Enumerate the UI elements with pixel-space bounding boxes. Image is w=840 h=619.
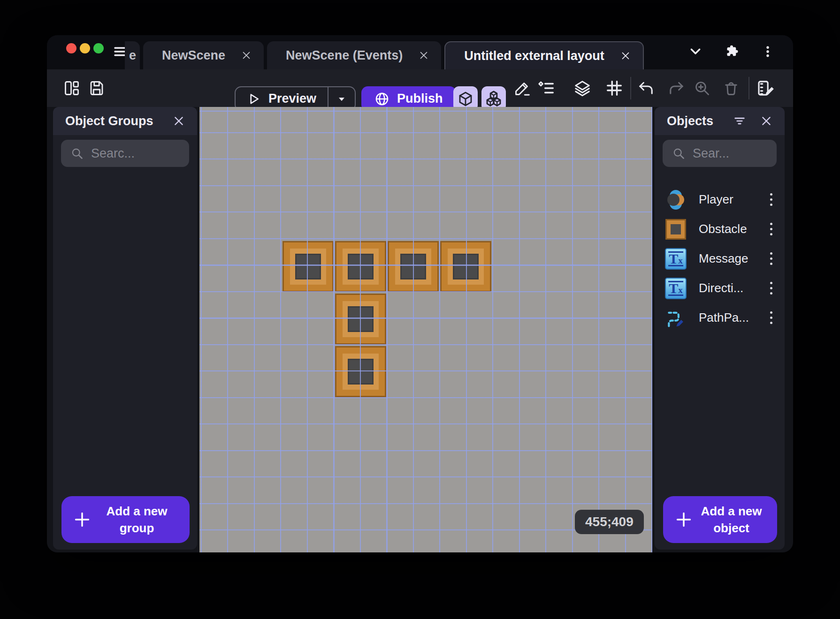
cube-icon <box>457 91 474 107</box>
tab-label: NewScene <box>162 48 225 63</box>
obstacle-instance[interactable] <box>283 241 334 292</box>
obstacle-instance[interactable] <box>335 294 386 345</box>
object-label: Player <box>699 192 767 207</box>
chevron-down-icon[interactable] <box>688 44 703 59</box>
tab-label: Untitled external layout <box>464 49 604 63</box>
obstacle-icon <box>665 219 687 240</box>
objects-panel: Objects PlayerObstacleTxMessageTxDirecti… <box>655 107 785 550</box>
globe-icon <box>374 91 389 106</box>
tab-strip: eNewSceneNewScene (Events)Untitled exter… <box>125 41 647 69</box>
play-icon <box>247 92 261 106</box>
object-kebab-menu[interactable] <box>767 250 775 267</box>
zoom-in-icon <box>694 80 710 97</box>
object-label: Message <box>699 251 767 266</box>
object-row-pathpa[interactable]: PathPa... <box>655 303 785 332</box>
obstacle-instance[interactable] <box>335 241 386 292</box>
text-icon: Tx <box>665 248 687 270</box>
content-area: Object Groups Add a new group 455;409 Ob… <box>47 107 793 552</box>
redo-icon <box>668 80 685 97</box>
redo-button[interactable] <box>668 80 685 97</box>
cubes-icon <box>485 90 503 108</box>
window-close-button[interactable] <box>66 43 76 53</box>
close-icon[interactable] <box>173 115 185 127</box>
grid-icon <box>605 79 623 97</box>
object-row-message[interactable]: TxMessage <box>655 244 785 273</box>
undo-icon <box>637 80 654 97</box>
player-icon <box>665 189 687 211</box>
zoom-in-button[interactable] <box>694 80 710 97</box>
caret-down-icon <box>336 93 348 105</box>
obstacle-instance[interactable] <box>388 241 439 292</box>
panels-icon <box>63 80 80 97</box>
objects-search <box>663 140 777 167</box>
object-row-directi[interactable]: TxDirecti... <box>655 273 785 303</box>
edit-mode-button[interactable] <box>514 80 531 97</box>
cursor-coordinates-badge: 455;409 <box>575 510 644 534</box>
tab-close-icon[interactable] <box>620 51 631 61</box>
object-kebab-menu[interactable] <box>767 310 775 326</box>
tab-label: NewScene (Events) <box>286 48 403 63</box>
object-row-player[interactable]: Player <box>655 185 785 214</box>
tab-bar-actions <box>688 41 774 62</box>
tab-3[interactable]: Untitled external layout <box>444 41 644 69</box>
object-kebab-menu[interactable] <box>767 191 775 208</box>
add-object-button[interactable]: Add a new object <box>663 496 777 543</box>
tab-2[interactable]: NewScene (Events) <box>267 41 441 69</box>
object-row-obstacle[interactable]: Obstacle <box>655 214 785 244</box>
object-label: Directi... <box>699 281 767 295</box>
delete-button[interactable] <box>723 80 740 97</box>
obstacle-instance[interactable] <box>335 346 386 397</box>
objects-list: PlayerObstacleTxMessageTxDirecti...PathP… <box>655 185 785 332</box>
app-window: eNewSceneNewScene (Events)Untitled exter… <box>47 35 793 552</box>
toolbar: Preview Publish <box>47 69 793 107</box>
instances-list-button[interactable] <box>537 79 555 97</box>
plus-icon <box>69 511 95 528</box>
grid-button[interactable] <box>605 79 623 97</box>
kebab-menu-icon[interactable] <box>761 45 774 58</box>
add-group-label: Add a new group <box>95 503 182 537</box>
object-groups-search <box>61 140 189 167</box>
scene-canvas[interactable]: 455;409 <box>199 107 652 552</box>
tab-close-icon[interactable] <box>241 50 252 60</box>
project-manager-button[interactable] <box>63 80 80 97</box>
layers-button[interactable] <box>573 79 591 97</box>
filter-icon[interactable] <box>733 114 746 128</box>
edit-scene-properties-button[interactable] <box>756 79 775 98</box>
window-minimize-button[interactable] <box>80 43 90 53</box>
extensions-puzzle-icon[interactable] <box>725 44 740 59</box>
object-groups-panel: Object Groups Add a new group <box>53 107 197 550</box>
object-groups-header: Object Groups <box>53 107 197 135</box>
object-label: PathPa... <box>699 310 767 325</box>
instances-list-icon <box>537 79 555 97</box>
tab-bar: eNewSceneNewScene (Events)Untitled exter… <box>47 35 793 69</box>
obstacle-instance[interactable] <box>440 241 491 292</box>
add-group-button[interactable]: Add a new group <box>61 496 190 543</box>
object-kebab-menu[interactable] <box>767 221 775 237</box>
objects-header: Objects <box>655 107 785 135</box>
text-icon: Tx <box>665 278 687 299</box>
object-kebab-menu[interactable] <box>767 280 775 296</box>
tab-close-icon[interactable] <box>419 50 429 60</box>
tab-partial[interactable]: e <box>125 41 140 69</box>
undo-button[interactable] <box>637 80 654 97</box>
tab-1[interactable]: NewScene <box>143 41 264 69</box>
save-icon <box>88 80 105 97</box>
object-groups-title: Object Groups <box>65 114 159 128</box>
canvas-grid <box>199 107 652 552</box>
path-icon <box>665 307 687 329</box>
objects-title: Objects <box>667 114 719 128</box>
layers-icon <box>573 79 591 97</box>
film-edit-icon <box>756 79 775 98</box>
object-label: Obstacle <box>699 222 767 236</box>
close-icon[interactable] <box>760 115 772 127</box>
trash-icon <box>723 80 740 97</box>
pencil-icon <box>514 80 531 97</box>
window-zoom-button[interactable] <box>93 43 104 53</box>
save-button[interactable] <box>88 80 105 97</box>
add-object-label: Add a new object <box>697 503 770 537</box>
plus-icon <box>671 511 697 528</box>
preview-label: Preview <box>268 91 316 106</box>
publish-label: Publish <box>397 91 443 106</box>
